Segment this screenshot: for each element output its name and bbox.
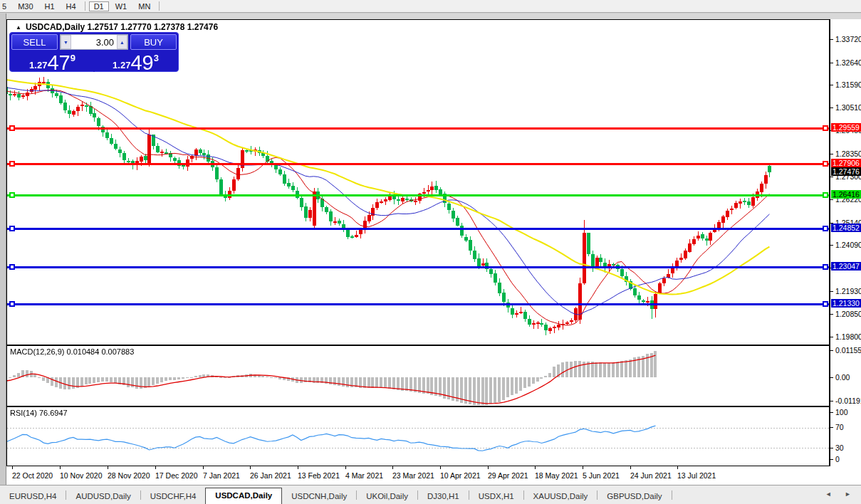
macd-axis-label: 0.011551	[835, 346, 861, 355]
buy-button[interactable]: BUY	[130, 34, 177, 50]
price-axis-tick-dash	[830, 291, 833, 292]
sell-price-big: 47	[47, 53, 70, 72]
sell-price-base: 1.27	[29, 60, 47, 70]
price-axis[interactable]: 1.337201.326401.315901.305101.294501.283…	[830, 19, 861, 466]
macd-axis-tick-dash	[830, 377, 833, 378]
price-axis-tick: 1.31590	[835, 80, 861, 89]
tab-gbpusd[interactable]: GBPUSD,Daily	[598, 490, 671, 504]
macd-axis-label: 0.00	[835, 373, 850, 382]
macd-axis-label: -0.011914	[835, 397, 861, 405]
date-axis-tick	[392, 466, 393, 469]
date-axis-tick	[535, 466, 536, 469]
timeframe-button-d1[interactable]: D1	[89, 1, 109, 11]
price-axis-tick-dash	[830, 63, 833, 63]
price-axis-tick-dash	[830, 107, 833, 108]
date-label: 7 Jan 2021	[203, 471, 240, 480]
date-axis-tick	[677, 466, 678, 469]
rsi-axis-label: 0	[835, 455, 840, 463]
price-axis-tick: 1.19800	[835, 332, 861, 341]
tab-ukoil[interactable]: UKOil,Daily	[357, 490, 417, 504]
one-click-trade-panel: SELL ▼ ▲ BUY 1.27 47 9 1.27 49 3	[9, 32, 179, 72]
timeframe-button-h4[interactable]: H4	[61, 1, 81, 11]
macd-axis-tick-dash	[830, 401, 833, 401]
tab-usdcad[interactable]: USDCAD,Daily	[205, 488, 282, 504]
toolbar-separator	[85, 1, 85, 11]
hline-price-label: 1.24852	[831, 224, 861, 232]
sell-button[interactable]: SELL	[11, 34, 58, 50]
date-axis-tick	[488, 466, 489, 469]
price-axis-tick-dash	[830, 39, 833, 40]
toolbar-separator	[159, 1, 160, 11]
buy-price-sup: 3	[154, 53, 159, 63]
hline-price-label: 1.29559	[831, 123, 861, 132]
date-axis-tick	[583, 466, 583, 469]
date-axis-tick	[345, 466, 346, 469]
tab-dj30[interactable]: DJ30,H1	[418, 490, 469, 504]
rsi-axis-tick-dash	[830, 459, 833, 460]
price-axis-tick: 1.28350	[835, 149, 861, 158]
rsi-axis-label: 30	[835, 443, 844, 452]
price-axis-tick: 1.24090	[835, 241, 861, 249]
date-label: 26 Jan 2021	[250, 471, 291, 480]
price-axis-tick: 1.32640	[835, 58, 861, 67]
date-label: 18 May 2021	[535, 471, 578, 480]
date-label: 13 Feb 2021	[298, 471, 340, 480]
tab-audusd[interactable]: AUDUSD,Daily	[66, 490, 140, 504]
rsi-axis-tick-dash	[830, 448, 833, 448]
timeframe-button-w1[interactable]: W1	[110, 1, 132, 11]
tab-scroll-arrows[interactable]: ◄ ►	[825, 490, 857, 498]
collapse-triangle-icon[interactable]: ▲	[16, 24, 21, 31]
tab-xauusd[interactable]: XAUUSD,Daily	[524, 490, 598, 504]
chart-title: USDCAD,Daily 1.27517 1.27770 1.27378 1.2…	[26, 22, 218, 32]
price-axis-tick-dash	[830, 154, 833, 154]
timeframe-button-mn[interactable]: MN	[133, 1, 155, 11]
chart-canvas[interactable]	[6, 19, 830, 466]
macd-label: MACD(12,26,9) 0.010484 0.007883	[10, 347, 134, 356]
hline-price-label: 1.23047	[831, 262, 861, 271]
price-axis-tick: 1.21930	[835, 287, 861, 295]
buy-price-display[interactable]: 1.27 49 3	[95, 51, 177, 72]
price-axis-tick-dash	[830, 85, 833, 85]
date-axis-tick	[250, 466, 251, 469]
timeframe-toolbar: 5M30H1H4D1W1MN	[0, 0, 861, 13]
hline-price-label: 1.26416	[831, 190, 861, 199]
rsi-axis-label: 70	[835, 423, 844, 431]
sell-price-display[interactable]: 1.27 47 9	[11, 51, 93, 72]
price-axis-tick-dash	[830, 199, 833, 200]
date-label: 24 Jun 2021	[630, 471, 672, 480]
date-axis-tick	[12, 466, 13, 469]
date-label: 10 Nov 2020	[60, 471, 103, 480]
rsi-label: RSI(14) 76.6947	[10, 409, 68, 417]
date-axis-tick	[60, 466, 61, 469]
price-axis-tick: 1.30510	[835, 103, 861, 112]
timeframe-button-5[interactable]: 5	[0, 1, 11, 11]
date-label: 23 Mar 2021	[392, 471, 434, 480]
window-edge-left	[0, 14, 6, 485]
tab-eurusd[interactable]: EURUSD,H4	[0, 490, 66, 504]
date-axis[interactable]: 22 Oct 202010 Nov 202028 Nov 202017 Dec …	[6, 466, 861, 485]
volume-input[interactable]	[71, 35, 117, 49]
timeframe-button-m30[interactable]: M30	[13, 1, 38, 11]
date-label: 10 Apr 2021	[440, 471, 481, 480]
tab-usdx[interactable]: USDX,H1	[469, 490, 523, 504]
tab-usdcnh[interactable]: USDCNH,Daily	[282, 490, 356, 504]
date-label: 28 Nov 2020	[108, 471, 150, 480]
date-axis-tick	[108, 466, 108, 469]
tab-separator	[672, 490, 672, 500]
sell-price-sup: 9	[71, 53, 75, 63]
volume-up-button[interactable]: ▲	[117, 35, 127, 49]
rsi-axis-tick-dash	[830, 427, 833, 428]
buy-price-big: 49	[130, 53, 153, 72]
price-axis-tick-dash	[830, 245, 833, 246]
date-axis-tick	[155, 466, 156, 469]
macd-axis-tick-dash	[830, 350, 833, 351]
volume-down-button[interactable]: ▼	[61, 35, 71, 49]
window-edge	[0, 14, 861, 19]
chart-symbol-header: ▲USDCAD,Daily 1.27517 1.27770 1.27378 1.…	[16, 22, 218, 32]
date-label: 5 Jun 2021	[583, 471, 620, 480]
current-price-label: 1.27476	[831, 167, 861, 176]
timeframe-button-h1[interactable]: H1	[40, 1, 60, 11]
date-label: 13 Jul 2021	[677, 471, 716, 480]
application-window: 5M30H1H4D1W1MN ▲USDCAD,Daily 1.27517 1.2…	[0, 0, 861, 504]
tab-usdchf[interactable]: USDCHF,H4	[141, 490, 206, 504]
